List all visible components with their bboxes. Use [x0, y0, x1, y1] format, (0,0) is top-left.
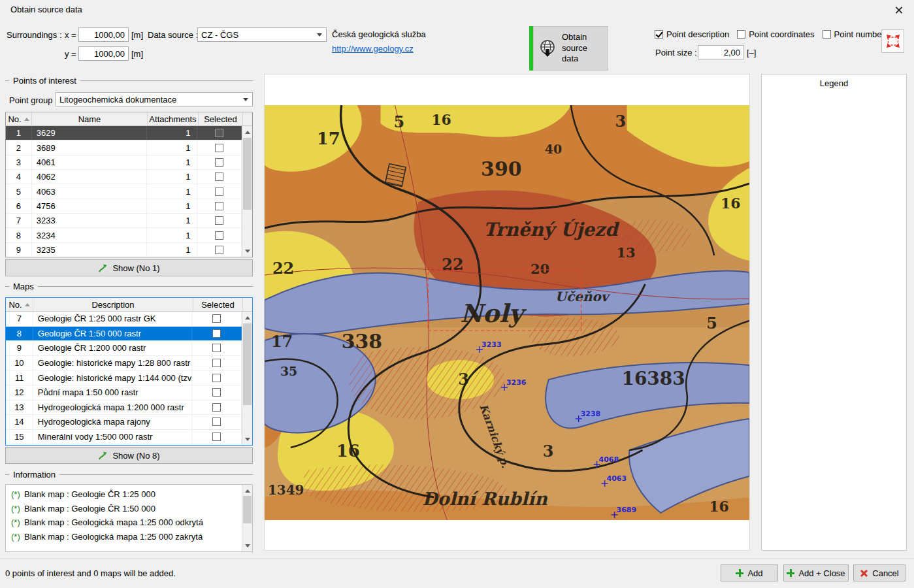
- checkbox-box[interactable]: [823, 30, 831, 39]
- points-table-row[interactable]: 732331: [6, 214, 242, 228]
- column-header-name[interactable]: Name: [32, 112, 148, 125]
- toolbar-checkbox[interactable]: Point number: [823, 29, 885, 39]
- row-checkbox[interactable]: [212, 359, 221, 367]
- row-checkbox[interactable]: [212, 329, 221, 338]
- map-label: 16383: [622, 368, 685, 389]
- point-size-input[interactable]: [698, 45, 744, 59]
- row-checkbox[interactable]: [215, 129, 223, 137]
- cell-no: 3: [6, 155, 32, 169]
- row-checkbox[interactable]: [215, 188, 223, 196]
- add-button[interactable]: Add: [721, 564, 778, 581]
- map-label: 16: [709, 498, 729, 515]
- row-checkbox[interactable]: [215, 216, 223, 225]
- info-text: Blank map : Geologická mapa 1:25 000 zak…: [24, 532, 203, 542]
- row-checkbox[interactable]: [215, 158, 223, 167]
- points-table-row[interactable]: 440621: [6, 170, 242, 184]
- close-button[interactable]: [889, 3, 909, 17]
- information-list: (*)Blank map : Geologie ČR 1:25 000(*)Bl…: [6, 487, 242, 551]
- information-box: (*)Blank map : Geologie ČR 1:25 000(*)Bl…: [5, 484, 253, 552]
- zoom-to-selection-button[interactable]: [881, 29, 904, 53]
- cell-attachments: 1: [147, 140, 198, 154]
- map-viewport[interactable]: 1751639040316222220135173383531638316313…: [264, 74, 750, 551]
- row-checkbox[interactable]: [212, 344, 221, 352]
- toolbar-checkbox[interactable]: Point coordinates: [737, 29, 814, 39]
- row-checkbox[interactable]: [215, 231, 223, 240]
- column-header-description[interactable]: Description: [33, 298, 193, 311]
- map-label: 20: [530, 261, 549, 277]
- scroll-down-icon[interactable]: [242, 434, 252, 444]
- maps-table-row[interactable]: 15Minerální vody 1:500 000 rastr: [6, 430, 242, 445]
- scroll-thumb[interactable]: [243, 138, 252, 210]
- cell-no: 9: [6, 341, 33, 355]
- scroll-up-icon[interactable]: [242, 312, 252, 323]
- maps-table-row[interactable]: 11Geologie: historické mapy 1:144 000 (t…: [6, 370, 242, 385]
- add-close-label: Add + Close: [798, 568, 845, 578]
- obtain-source-data-button[interactable]: Obtain source data: [533, 26, 608, 71]
- maps-table-row[interactable]: 7Geologie ČR 1:25 000 rastr GK: [6, 312, 242, 327]
- show-map-button[interactable]: Show (No 8): [5, 447, 253, 464]
- row-checkbox[interactable]: [212, 388, 221, 397]
- row-checkbox[interactable]: [215, 172, 223, 181]
- map-label: 16: [431, 111, 451, 128]
- service-name: Česká geologická služba: [332, 29, 426, 39]
- show-point-button[interactable]: Show (No 1): [5, 259, 253, 276]
- map-label: Učeňov: [555, 289, 611, 304]
- cell-attachments: 1: [147, 214, 198, 227]
- surroundings-x-input[interactable]: [78, 27, 129, 42]
- checkbox-box[interactable]: [655, 30, 663, 39]
- maps-table-row[interactable]: 8Geologie ČR 1:50 000 rastr: [6, 327, 242, 342]
- cell-selected: [197, 170, 242, 184]
- maps-table-row[interactable]: 13Hydrogeologická mapa 1:200 000 rastr: [6, 400, 242, 416]
- toolbar-checkbox[interactable]: Point description: [655, 29, 729, 39]
- maps-table-row[interactable]: 10Geologie: historické mapy 1:28 800 ras…: [6, 356, 242, 371]
- maps-scrollbar[interactable]: [242, 312, 252, 445]
- row-checkbox[interactable]: [215, 202, 223, 210]
- points-table-row[interactable]: 832341: [6, 228, 242, 242]
- points-of-interest-header: Points of interest: [5, 76, 253, 85]
- cancel-button[interactable]: Cancel: [853, 564, 906, 581]
- data-source-select[interactable]: CZ - ČGS: [197, 27, 327, 42]
- points-table-row[interactable]: 647561: [6, 199, 242, 214]
- row-checkbox[interactable]: [212, 417, 221, 426]
- surroundings-y-input[interactable]: [78, 46, 129, 61]
- maps-table-row[interactable]: 12Půdní mapa 1:50 000 rastr: [6, 385, 242, 400]
- row-checkbox[interactable]: [212, 314, 221, 323]
- column-header-attachments[interactable]: Attachments: [148, 112, 199, 125]
- column-header-selected[interactable]: Selected: [199, 112, 243, 125]
- column-header-no[interactable]: No.: [6, 298, 33, 311]
- add-close-button[interactable]: Add + Close: [783, 564, 849, 581]
- scroll-thumb[interactable]: [243, 323, 252, 405]
- service-link[interactable]: http://www.geology.cz: [332, 44, 414, 54]
- row-checkbox[interactable]: [212, 433, 221, 441]
- points-scrollbar[interactable]: [242, 126, 252, 257]
- row-checkbox[interactable]: [212, 374, 221, 382]
- cell-selected: [192, 415, 242, 429]
- maps-table-row[interactable]: 9Geologie ČR 1:200 000 rastr: [6, 341, 242, 356]
- column-header-no[interactable]: No.: [6, 112, 32, 125]
- points-table-row[interactable]: 540631: [6, 184, 242, 199]
- scroll-up-icon[interactable]: [242, 485, 252, 496]
- points-table-row[interactable]: 236891: [6, 140, 242, 155]
- checkbox-box[interactable]: [737, 30, 745, 39]
- scroll-down-icon[interactable]: [242, 246, 252, 256]
- information-scrollbar[interactable]: [242, 485, 252, 551]
- row-checkbox[interactable]: [215, 246, 223, 254]
- close-icon: [895, 6, 904, 14]
- map-label: 17: [317, 129, 340, 148]
- row-checkbox[interactable]: [215, 144, 223, 152]
- row-checkbox[interactable]: [212, 403, 221, 412]
- maps-table-row[interactable]: 14Hydrogeologická mapa rajony: [6, 415, 242, 430]
- selection-area-icon: [885, 33, 901, 49]
- cell-no: 8: [6, 327, 33, 341]
- obtain-button-label: Obtain source data: [562, 32, 604, 65]
- scroll-up-icon[interactable]: [242, 127, 252, 137]
- map-label: 22: [272, 259, 294, 278]
- scroll-down-icon[interactable]: [242, 540, 252, 551]
- column-header-selected[interactable]: Selected: [193, 298, 243, 311]
- points-table-row[interactable]: 136291: [6, 126, 242, 140]
- maps-section-title: Maps: [13, 282, 34, 291]
- scroll-thumb[interactable]: [243, 496, 252, 523]
- points-table-row[interactable]: 932351: [6, 243, 242, 257]
- point-group-select[interactable]: Litogeochemická dokumentace: [56, 92, 253, 106]
- points-table-row[interactable]: 340611: [6, 155, 242, 170]
